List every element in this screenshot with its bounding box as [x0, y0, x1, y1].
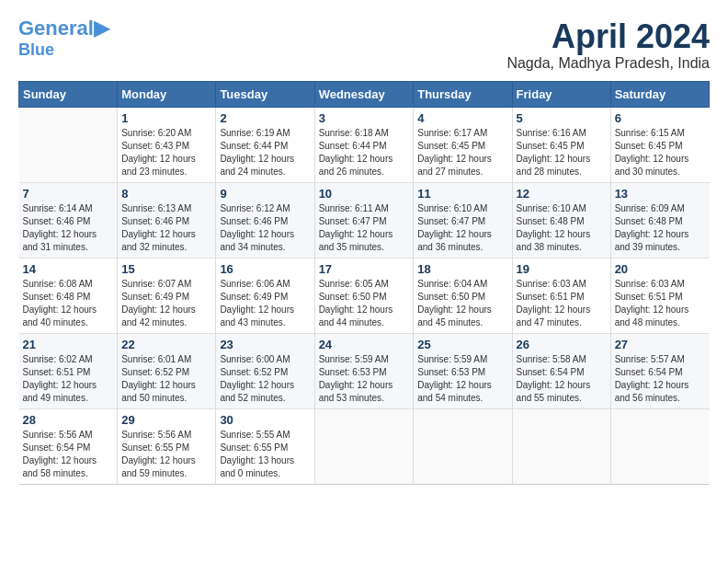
day-cell: 13 Sunrise: 6:09 AMSunset: 6:48 PMDaylig…: [610, 182, 709, 258]
day-number: 20: [615, 262, 706, 276]
header-row: Sunday Monday Tuesday Wednesday Thursday…: [19, 81, 710, 107]
day-cell: [314, 408, 414, 484]
day-info: Sunrise: 6:12 AMSunset: 6:46 PMDaylight:…: [220, 202, 310, 254]
day-cell: 21 Sunrise: 6:02 AMSunset: 6:51 PMDaylig…: [19, 333, 118, 408]
day-cell: 30 Sunrise: 5:55 AMSunset: 6:55 PMDaylig…: [216, 408, 314, 484]
week-row-2: 7 Sunrise: 6:14 AMSunset: 6:46 PMDayligh…: [19, 182, 710, 258]
day-info: Sunrise: 5:56 AMSunset: 6:55 PMDaylight:…: [121, 429, 211, 480]
day-info: Sunrise: 6:13 AMSunset: 6:46 PMDaylight:…: [121, 202, 211, 254]
day-cell: 2 Sunrise: 6:19 AMSunset: 6:44 PMDayligh…: [216, 107, 314, 182]
day-number: 26: [517, 338, 607, 351]
day-cell: 29 Sunrise: 5:56 AMSunset: 6:55 PMDaylig…: [118, 408, 216, 484]
month-title: April 2024: [506, 18, 710, 55]
day-info: Sunrise: 6:08 AMSunset: 6:48 PMDaylight:…: [23, 278, 114, 329]
day-number: 14: [23, 262, 114, 276]
title-section: April 2024 Nagda, Madhya Pradesh, India: [506, 18, 710, 72]
week-row-4: 21 Sunrise: 6:02 AMSunset: 6:51 PMDaylig…: [19, 333, 710, 408]
day-cell: 25 Sunrise: 5:59 AMSunset: 6:53 PMDaylig…: [414, 333, 512, 408]
day-number: 7: [23, 187, 114, 201]
day-info: Sunrise: 6:15 AMSunset: 6:45 PMDaylight:…: [615, 127, 706, 178]
week-row-5: 28 Sunrise: 5:56 AMSunset: 6:54 PMDaylig…: [19, 408, 710, 484]
day-cell: 18 Sunrise: 6:04 AMSunset: 6:50 PMDaylig…: [414, 258, 512, 333]
day-info: Sunrise: 5:59 AMSunset: 6:53 PMDaylight:…: [417, 353, 507, 405]
day-info: Sunrise: 6:09 AMSunset: 6:48 PMDaylight:…: [615, 202, 706, 254]
day-info: Sunrise: 6:19 AMSunset: 6:44 PMDaylight:…: [220, 127, 310, 178]
day-number: 30: [220, 413, 310, 427]
day-cell: 28 Sunrise: 5:56 AMSunset: 6:54 PMDaylig…: [19, 408, 118, 484]
col-tuesday: Tuesday: [216, 81, 314, 107]
day-number: 6: [615, 111, 706, 125]
col-thursday: Thursday: [414, 81, 512, 107]
day-info: Sunrise: 6:06 AMSunset: 6:49 PMDaylight:…: [220, 278, 310, 329]
day-number: 12: [517, 187, 607, 201]
day-info: Sunrise: 6:03 AMSunset: 6:51 PMDaylight:…: [517, 278, 607, 329]
week-row-3: 14 Sunrise: 6:08 AMSunset: 6:48 PMDaylig…: [19, 258, 710, 333]
week-row-1: 1 Sunrise: 6:20 AMSunset: 6:43 PMDayligh…: [19, 107, 710, 182]
day-number: 28: [23, 413, 114, 427]
col-sunday: Sunday: [19, 81, 118, 107]
day-info: Sunrise: 5:57 AMSunset: 6:54 PMDaylight:…: [615, 353, 706, 405]
logo-blue-text: Blue: [18, 40, 54, 59]
day-cell: 20 Sunrise: 6:03 AMSunset: 6:51 PMDaylig…: [610, 258, 709, 333]
header: General▶ Blue April 2024 Nagda, Madhya P…: [18, 18, 710, 72]
day-number: 8: [121, 187, 211, 201]
day-number: 25: [417, 338, 507, 351]
day-cell: 12 Sunrise: 6:10 AMSunset: 6:48 PMDaylig…: [512, 182, 610, 258]
col-friday: Friday: [512, 81, 610, 107]
day-cell: 26 Sunrise: 5:58 AMSunset: 6:54 PMDaylig…: [512, 333, 610, 408]
day-number: 1: [121, 111, 211, 125]
day-number: 5: [517, 111, 607, 125]
day-number: 23: [220, 338, 310, 351]
page-container: General▶ Blue April 2024 Nagda, Madhya P…: [18, 18, 710, 485]
day-info: Sunrise: 6:04 AMSunset: 6:50 PMDaylight:…: [417, 278, 507, 329]
location-title: Nagda, Madhya Pradesh, India: [506, 55, 710, 72]
day-number: 21: [23, 338, 114, 351]
day-info: Sunrise: 6:10 AMSunset: 6:48 PMDaylight:…: [517, 202, 607, 254]
day-cell: [512, 408, 610, 484]
logo-blue: ▶: [94, 17, 109, 40]
col-wednesday: Wednesday: [314, 81, 414, 107]
day-info: Sunrise: 6:20 AMSunset: 6:43 PMDaylight:…: [121, 127, 211, 178]
day-info: Sunrise: 5:56 AMSunset: 6:54 PMDaylight:…: [23, 429, 114, 480]
day-number: 27: [615, 338, 706, 351]
day-cell: 1 Sunrise: 6:20 AMSunset: 6:43 PMDayligh…: [118, 107, 216, 182]
logo-text: General▶ Blue: [18, 18, 109, 59]
day-cell: 19 Sunrise: 6:03 AMSunset: 6:51 PMDaylig…: [512, 258, 610, 333]
day-number: 24: [319, 338, 410, 351]
day-cell: 27 Sunrise: 5:57 AMSunset: 6:54 PMDaylig…: [610, 333, 709, 408]
day-cell: 6 Sunrise: 6:15 AMSunset: 6:45 PMDayligh…: [610, 107, 709, 182]
day-number: 19: [517, 262, 607, 276]
day-cell: 3 Sunrise: 6:18 AMSunset: 6:44 PMDayligh…: [314, 107, 414, 182]
day-number: 2: [220, 111, 310, 125]
day-info: Sunrise: 5:59 AMSunset: 6:53 PMDaylight:…: [319, 353, 410, 405]
day-info: Sunrise: 5:55 AMSunset: 6:55 PMDaylight:…: [220, 429, 310, 480]
day-number: 16: [220, 262, 310, 276]
day-info: Sunrise: 6:05 AMSunset: 6:50 PMDaylight:…: [319, 278, 410, 329]
day-number: 11: [417, 187, 507, 201]
day-number: 15: [121, 262, 211, 276]
day-info: Sunrise: 6:10 AMSunset: 6:47 PMDaylight:…: [417, 202, 507, 254]
day-info: Sunrise: 6:00 AMSunset: 6:52 PMDaylight:…: [220, 353, 310, 405]
logo: General▶ Blue: [18, 18, 109, 59]
day-cell: [610, 408, 709, 484]
day-number: 9: [220, 187, 310, 201]
day-number: 22: [121, 338, 211, 351]
logo-general: General: [18, 17, 94, 40]
day-cell: 16 Sunrise: 6:06 AMSunset: 6:49 PMDaylig…: [216, 258, 314, 333]
col-monday: Monday: [118, 81, 216, 107]
day-cell: 23 Sunrise: 6:00 AMSunset: 6:52 PMDaylig…: [216, 333, 314, 408]
day-info: Sunrise: 6:07 AMSunset: 6:49 PMDaylight:…: [121, 278, 211, 329]
day-info: Sunrise: 6:03 AMSunset: 6:51 PMDaylight:…: [615, 278, 706, 329]
day-cell: 5 Sunrise: 6:16 AMSunset: 6:45 PMDayligh…: [512, 107, 610, 182]
day-info: Sunrise: 5:58 AMSunset: 6:54 PMDaylight:…: [517, 353, 607, 405]
day-info: Sunrise: 6:11 AMSunset: 6:47 PMDaylight:…: [319, 202, 410, 254]
day-info: Sunrise: 6:17 AMSunset: 6:45 PMDaylight:…: [417, 127, 507, 178]
calendar-table: Sunday Monday Tuesday Wednesday Thursday…: [18, 81, 710, 485]
day-info: Sunrise: 6:01 AMSunset: 6:52 PMDaylight:…: [121, 353, 211, 405]
day-cell: 10 Sunrise: 6:11 AMSunset: 6:47 PMDaylig…: [314, 182, 414, 258]
day-cell: [414, 408, 512, 484]
day-cell: 7 Sunrise: 6:14 AMSunset: 6:46 PMDayligh…: [19, 182, 118, 258]
day-cell: [19, 107, 118, 182]
day-info: Sunrise: 6:18 AMSunset: 6:44 PMDaylight:…: [319, 127, 410, 178]
day-number: 18: [417, 262, 507, 276]
